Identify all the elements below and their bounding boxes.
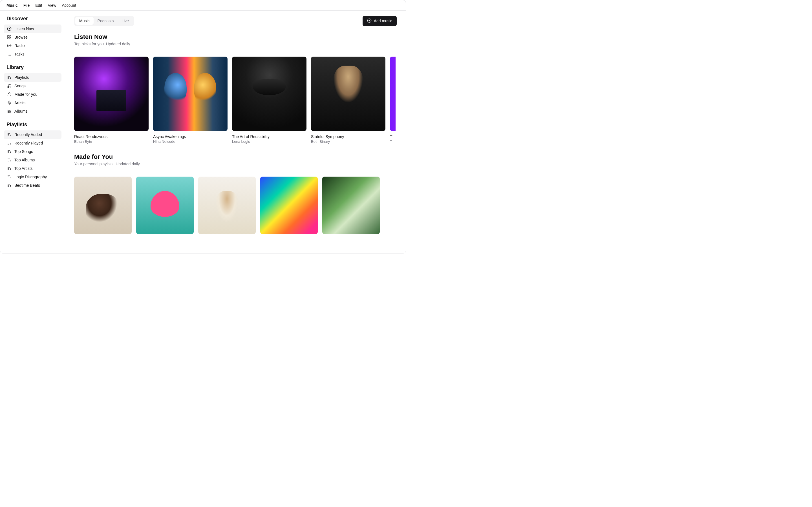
- play-circle-icon: [7, 26, 11, 31]
- sidebar-item-top-songs[interactable]: Top Songs: [4, 147, 61, 156]
- sidebar-item-label: Top Artists: [14, 166, 33, 171]
- sidebar-item-made-for-you[interactable]: Made for you: [4, 90, 61, 99]
- playlist-icon: [7, 158, 11, 162]
- radio-icon: [7, 43, 11, 48]
- album-artist: Lena Logic: [232, 139, 306, 144]
- svg-point-15: [8, 93, 10, 94]
- svg-point-13: [8, 87, 9, 88]
- svg-rect-4: [8, 38, 9, 39]
- album-title: React Rendezvous: [74, 134, 149, 139]
- made-for-you-row[interactable]: [74, 177, 397, 234]
- playlist-icon: [7, 132, 11, 137]
- album-art: [74, 57, 149, 131]
- sidebar-item-label: Recently Added: [14, 132, 42, 137]
- sidebar-item-bedtime-beats[interactable]: Bedtime Beats: [4, 181, 61, 189]
- menu-music[interactable]: Music: [6, 3, 18, 8]
- album-artist: Nina Netcode: [153, 139, 227, 144]
- sidebar-item-label: Made for you: [14, 92, 38, 97]
- listen-now-subtitle: Top picks for you. Updated daily.: [74, 42, 397, 46]
- mic-icon: [7, 101, 11, 105]
- user-icon: [7, 92, 11, 97]
- sidebar-item-top-albums[interactable]: Top Albums: [4, 156, 61, 164]
- svg-point-6: [9, 45, 10, 46]
- album-card[interactable]: T T: [390, 57, 396, 144]
- sidebar-item-label: Browse: [14, 35, 28, 40]
- svg-rect-5: [10, 38, 11, 39]
- divider: [74, 171, 397, 171]
- playlist-icon: [7, 183, 11, 187]
- menu-file[interactable]: File: [23, 3, 30, 8]
- album-card[interactable]: Async Awakenings Nina Netcode: [153, 57, 227, 144]
- tab-live[interactable]: Live: [117, 17, 133, 25]
- sidebar-item-label: Recently Played: [14, 141, 43, 145]
- svg-marker-1: [9, 28, 10, 29]
- sidebar-item-label: Albums: [14, 109, 28, 114]
- divider: [74, 51, 397, 51]
- playlist-icon: [7, 149, 11, 154]
- playlist-icon: [7, 166, 11, 171]
- playlist-art: [322, 177, 380, 234]
- sidebar-section-playlists: Playlists Recently Added Recently Played…: [4, 122, 61, 189]
- album-card[interactable]: React Rendezvous Ethan Byte: [74, 57, 149, 144]
- playlist-art: [136, 177, 194, 234]
- svg-rect-3: [10, 36, 11, 37]
- sidebar-item-tasks[interactable]: Tasks: [4, 50, 61, 58]
- playlist-card[interactable]: [136, 177, 194, 234]
- sidebar-item-recently-played[interactable]: Recently Played: [4, 139, 61, 147]
- sidebar-item-listen-now[interactable]: Listen Now: [4, 24, 61, 33]
- listen-now-row[interactable]: React Rendezvous Ethan Byte Async Awaken…: [74, 57, 397, 144]
- album-artist: Ethan Byte: [74, 139, 149, 144]
- sidebar-item-label: Songs: [14, 83, 26, 88]
- library-icon: [7, 109, 11, 114]
- sidebar-item-label: Tasks: [14, 52, 24, 56]
- tab-podcasts[interactable]: Podcasts: [94, 17, 118, 25]
- sidebar-item-label: Bedtime Beats: [14, 183, 40, 187]
- album-art: [153, 57, 227, 131]
- menu-account[interactable]: Account: [62, 3, 76, 8]
- sidebar-item-radio[interactable]: Radio: [4, 41, 61, 50]
- playlist-art: [260, 177, 318, 234]
- playlist-card[interactable]: [74, 177, 132, 234]
- sidebar-item-label: Top Songs: [14, 149, 33, 154]
- add-music-button[interactable]: Add music: [363, 16, 397, 26]
- made-for-you-subtitle: Your personal playlists. Updated daily.: [74, 162, 397, 166]
- album-card[interactable]: Stateful Symphony Beth Binary: [311, 57, 386, 144]
- sidebar-item-label: Artists: [14, 101, 26, 105]
- sidebar-item-playlists[interactable]: Playlists: [4, 73, 61, 82]
- svg-rect-2: [8, 36, 9, 37]
- tab-music[interactable]: Music: [75, 17, 94, 25]
- sidebar-title-playlists: Playlists: [4, 122, 61, 130]
- playlist-card[interactable]: [198, 177, 256, 234]
- album-art: [390, 57, 396, 131]
- playlist-card[interactable]: [260, 177, 318, 234]
- sidebar-item-label: Top Albums: [14, 158, 35, 162]
- album-title: Stateful Symphony: [311, 134, 386, 139]
- sidebar-item-artists[interactable]: Artists: [4, 99, 61, 107]
- album-title: Async Awakenings: [153, 134, 227, 139]
- sidebar-item-songs[interactable]: Songs: [4, 82, 61, 90]
- sidebar-item-label: Radio: [14, 43, 25, 48]
- playlist-icon: [7, 75, 11, 80]
- svg-point-14: [10, 86, 11, 87]
- sidebar-item-recently-added[interactable]: Recently Added: [4, 130, 61, 139]
- album-card[interactable]: The Art of Reusability Lena Logic: [232, 57, 306, 144]
- menu-edit[interactable]: Edit: [35, 3, 42, 8]
- playlist-art: [74, 177, 132, 234]
- sidebar-item-logic-discography[interactable]: Logic Discography: [4, 173, 61, 181]
- playlist-card[interactable]: [322, 177, 380, 234]
- menu-view[interactable]: View: [48, 3, 56, 8]
- album-title: The Art of Reusability: [232, 134, 306, 139]
- sidebar-item-top-artists[interactable]: Top Artists: [4, 164, 61, 173]
- sidebar-item-albums[interactable]: Albums: [4, 107, 61, 115]
- album-art: [311, 57, 386, 131]
- made-for-you-header: Made for You Your personal playlists. Up…: [74, 153, 397, 166]
- album-artist: Beth Binary: [311, 139, 386, 144]
- sidebar: Discover Listen Now Browse Radio Tasks: [0, 11, 65, 253]
- list-icon: [7, 52, 11, 56]
- listen-now-title: Listen Now: [74, 33, 397, 41]
- sidebar-section-library: Library Playlists Songs Made for you Art…: [4, 64, 61, 115]
- playlist-icon: [7, 175, 11, 179]
- content-tabs: Music Podcasts Live: [74, 16, 134, 26]
- sidebar-item-browse[interactable]: Browse: [4, 33, 61, 41]
- made-for-you-title: Made for You: [74, 153, 397, 161]
